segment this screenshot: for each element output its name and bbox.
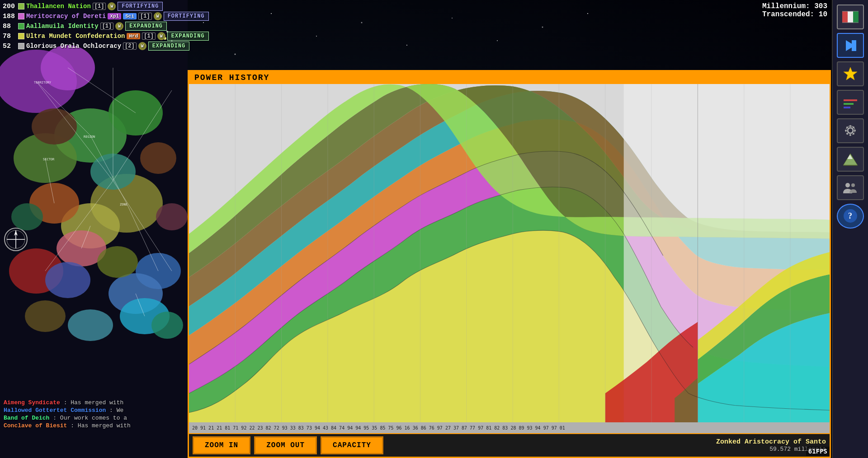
svg-point-7 <box>497 40 498 41</box>
status-3: EXPANDING <box>125 22 167 31</box>
log-civ-1: Aimeng Syndicate <box>4 399 60 406</box>
transcended-display: Transcended: 10 <box>762 10 827 19</box>
svg-point-91 <box>849 134 851 136</box>
w-badge-2: W <box>154 12 162 20</box>
stats-button[interactable] <box>837 90 864 115</box>
svg-point-3 <box>316 36 317 37</box>
rank-4: 78 <box>3 33 16 40</box>
log-civ-3: Band of Deich <box>4 415 49 421</box>
tier-1: [1] <box>93 3 106 10</box>
svg-point-2 <box>271 13 272 14</box>
svg-point-54 <box>97 246 138 278</box>
right-sidebar: ? <box>832 0 868 458</box>
panel-bottom-bar: ZOOM IN ZOOM OUT CAPACITY Zonked Aristoc… <box>189 433 830 457</box>
svg-point-52 <box>156 203 188 230</box>
svg-text:TERRITORY: TERRITORY <box>34 81 52 84</box>
civ-color-3 <box>18 23 24 29</box>
terrain-button[interactable] <box>837 147 864 172</box>
svg-point-92 <box>845 130 847 131</box>
civ-name-5: Glorious Orala Ochlocracy <box>26 42 121 50</box>
power-history-chart[interactable] <box>189 84 830 422</box>
svg-point-96 <box>846 133 848 135</box>
log-line-4: Conclave of Biesit : Has merged with <box>4 422 184 429</box>
civ-name-4: Ultra Mundet Confederation <box>26 33 125 40</box>
svg-point-50 <box>140 142 176 174</box>
civ-row-1: 200 Thallancen Nation [1] W FORTIFYING <box>3 2 209 11</box>
civ-color-2 <box>18 13 24 19</box>
svg-point-51 <box>11 203 43 230</box>
svg-rect-79 <box>853 11 859 23</box>
civ-row-5: 52 Glorious Orala Ochlocracy [2] W EXPAN… <box>3 42 209 51</box>
svg-point-6 <box>452 18 453 19</box>
rank-1: 200 <box>3 3 16 10</box>
svg-point-95 <box>853 126 854 128</box>
favorites-button[interactable] <box>837 61 864 86</box>
svg-rect-87 <box>844 107 850 108</box>
svg-point-93 <box>854 130 856 131</box>
event-log: Aimeng Syndicate : Has merged with Hallo… <box>0 397 188 431</box>
tier-3: [1] <box>100 23 114 30</box>
civ-color-4 <box>18 33 24 39</box>
x-axis-labels: 20 91 21 21 81 71 92 22 23 82 72 93 33 8… <box>189 422 830 433</box>
action-buttons: ZOOM IN ZOOM OUT CAPACITY <box>193 436 383 454</box>
capacity-button[interactable]: CAPACITY <box>321 436 383 454</box>
civ-row-4: 78 Ultra Mundet Confederation Hrd [1] W … <box>3 32 209 41</box>
svg-point-9 <box>587 13 588 14</box>
map-button[interactable] <box>837 5 864 29</box>
w-badge-5: W <box>138 42 146 50</box>
svg-point-56 <box>25 300 66 332</box>
svg-rect-86 <box>844 103 854 105</box>
svg-point-55 <box>151 312 183 339</box>
status-4: EXPANDING <box>167 32 209 41</box>
millennium-display: Millennium: 303 <box>762 2 827 10</box>
status-1: FORTIFYING <box>118 2 163 11</box>
rank-5: 52 <box>3 42 16 50</box>
x-axis-svg: 20 91 21 21 81 71 92 22 23 82 72 93 33 8… <box>190 422 829 433</box>
settings-button[interactable] <box>837 118 864 143</box>
svg-text:?: ? <box>848 211 852 220</box>
zoom-in-button[interactable]: ZOOM IN <box>193 436 250 454</box>
svg-point-102 <box>851 183 855 187</box>
svg-point-94 <box>846 126 848 128</box>
play-button[interactable] <box>837 33 864 58</box>
svg-point-90 <box>849 125 851 127</box>
rank-2: 188 <box>3 13 16 20</box>
svg-point-4 <box>361 22 363 23</box>
hrd-badge: Hrd <box>127 33 140 39</box>
svg-point-88 <box>848 128 853 133</box>
sci-badge: Sci <box>123 13 137 19</box>
civ-row-2: 188 Meritocracy of Dereti Xpl Sci [1] W … <box>3 12 209 21</box>
svg-point-28 <box>68 309 113 341</box>
civ-color-1 <box>18 3 24 9</box>
zoom-out-button[interactable]: ZOOM OUT <box>254 436 317 454</box>
tier-4: [1] <box>142 33 156 40</box>
leaderboard-panel: 200 Thallancen Nation [1] W FORTIFYING 1… <box>0 0 212 52</box>
game-stats: Millennium: 303 Transcended: 10 <box>762 2 827 19</box>
panel-title: POWER HISTORY <box>189 71 830 84</box>
tier-2: [1] <box>138 13 152 20</box>
log-line-1: Aimeng Syndicate : Has merged with <box>4 399 184 406</box>
svg-point-53 <box>45 262 90 298</box>
svg-marker-83 <box>852 40 856 51</box>
svg-point-5 <box>406 45 407 46</box>
svg-rect-85 <box>844 99 857 101</box>
people-button[interactable] <box>837 175 864 200</box>
civ-name-3: Aallamuila Identity <box>26 23 99 30</box>
game-map[interactable]: TERRITORY REGION ZONE SECTOR <box>0 0 188 458</box>
tier-5: [2] <box>123 42 137 50</box>
svg-point-101 <box>845 183 850 187</box>
w-badge-1: W <box>108 2 116 10</box>
status-2: FORTIFYING <box>164 12 209 21</box>
svg-text:SECTOR: SECTOR <box>43 158 55 161</box>
xpl-badge: Xpl <box>108 13 121 19</box>
svg-point-1 <box>235 54 236 55</box>
power-history-panel: POWER HISTORY <box>188 70 831 458</box>
help-button[interactable]: ? <box>837 204 864 229</box>
w-badge-4: W <box>157 32 165 40</box>
svg-point-97 <box>853 133 854 135</box>
log-line-3: Band of Deich : Our work comes to a <box>4 415 184 421</box>
civ-row-3: 88 Aallamuila Identity [1] W EXPANDING <box>3 22 209 31</box>
log-line-2: Hallowed Gottertet Commission : We <box>4 407 184 414</box>
selected-civ-name: Zonked Aristocracy of Santo <box>716 438 826 446</box>
status-5: EXPANDING <box>148 42 190 51</box>
